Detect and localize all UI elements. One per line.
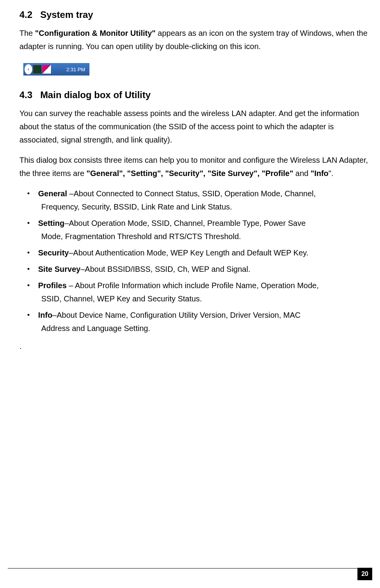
monitor-icon [33,65,42,74]
list-item: General –About Connected to Connect Stat… [27,187,368,213]
list-item: Setting–About Operation Mode, SSID, Chan… [27,217,368,243]
feature-list: General –About Connected to Connect Stat… [19,187,368,335]
paragraph-survey: You can survey the reachable assess poin… [19,107,368,146]
utility-name: "Configuration & Monitor Utility" [35,29,156,37]
section-number: 4.3 [19,88,32,102]
chevron-left-icon: ‹ [25,64,32,74]
section-number: 4.2 [19,8,32,22]
section-title: System tray [40,9,93,20]
systray-clock: 2:31 PM [67,66,85,74]
paragraph-items: This dialog box consists three items can… [19,153,368,180]
tray-icons [33,65,51,74]
section-heading-4-2: 4.2System tray [19,8,368,22]
paragraph-systray: The "Configuration & Monitor Utility" ap… [19,26,368,53]
section-heading-4-3: 4.3Main dialog box of Utility [19,88,368,102]
utility-tray-icon [42,65,51,74]
list-item: Info–About Device Name, Configuration Ut… [27,308,368,335]
trailing-period: . [19,340,368,353]
footer-divider [8,568,372,569]
systray-screenshot: ‹ 2:31 PM [23,63,89,76]
list-item: Site Survey–About BSSID/IBSS, SSID, Ch, … [27,262,368,276]
page-number: 20 [357,568,372,580]
section-title: Main dialog box of Utility [40,90,151,100]
list-item: Security–About Authentication Mode, WEP … [27,246,368,259]
list-item: Profiles – About Profile Information whi… [27,279,368,305]
